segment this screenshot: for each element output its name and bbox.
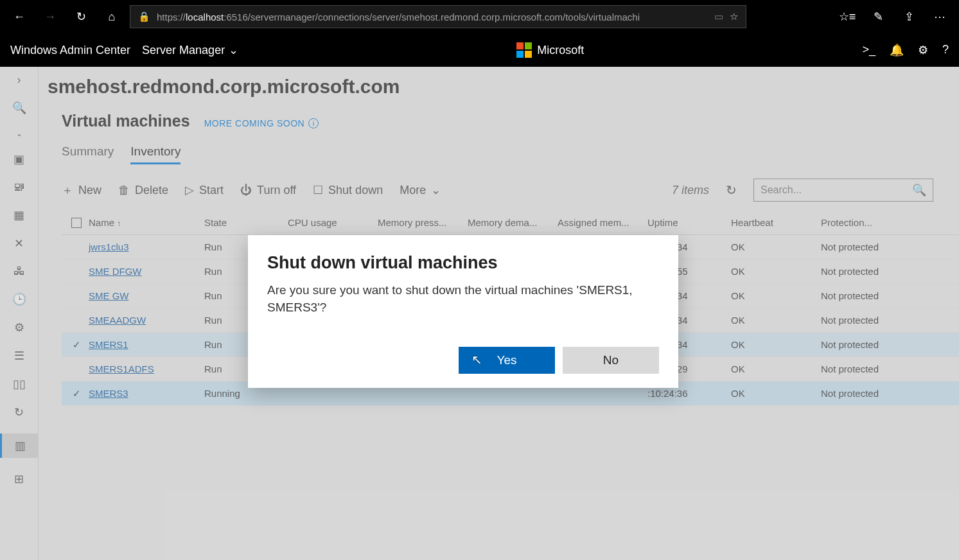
row-check: ✓ bbox=[64, 339, 89, 351]
vm-link[interactable]: SMERS3 bbox=[89, 388, 128, 399]
select-all-checkbox[interactable] bbox=[71, 218, 82, 228]
search-box[interactable]: 🔍 bbox=[753, 179, 933, 202]
rail-expand[interactable]: › bbox=[17, 73, 21, 87]
rail-storage-icon[interactable]: ☰ bbox=[14, 349, 24, 363]
toolbar: ＋New 🗑Delete ▷Start ⏻Turn off ☐Shut down… bbox=[62, 179, 959, 202]
left-rail: › 🔍 ⌄ ▣ 🖳 ▦ ✕ 🖧 🕒 ⚙ ☰ ▯▯ ↻ ▥ ⊞ bbox=[0, 67, 39, 560]
more-button[interactable]: More ⌄ bbox=[400, 183, 441, 197]
col-uptime[interactable]: Uptime bbox=[647, 217, 731, 228]
delete-label: Delete bbox=[135, 184, 168, 197]
brand-text: Microsoft bbox=[537, 44, 584, 57]
heartbeat-cell: OK bbox=[731, 241, 821, 252]
power-icon: ⏻ bbox=[240, 184, 252, 197]
help-icon[interactable]: ? bbox=[942, 43, 949, 57]
dialog-body: Are you sure you want to shut down the v… bbox=[267, 282, 659, 316]
tab-inventory[interactable]: Inventory bbox=[130, 144, 180, 164]
rail-devices-icon[interactable]: 🖳 bbox=[13, 180, 25, 194]
rail-terminal-icon[interactable]: ▣ bbox=[13, 152, 24, 166]
dialog-title: Shut down virtual machines bbox=[267, 253, 659, 273]
col-mempress[interactable]: Memory press... bbox=[378, 217, 468, 228]
heartbeat-cell: OK bbox=[731, 315, 821, 326]
rail-search-icon[interactable]: 🔍 bbox=[12, 101, 26, 115]
no-label: No bbox=[603, 353, 619, 367]
search-input[interactable] bbox=[761, 184, 912, 196]
rail-chevron-icon[interactable]: ⌄ bbox=[16, 129, 22, 138]
tabs: Summary Inventory bbox=[62, 144, 959, 164]
tab-summary[interactable]: Summary bbox=[62, 144, 114, 164]
microsoft-brand: Microsoft bbox=[516, 42, 584, 58]
turnoff-button[interactable]: ⏻Turn off bbox=[240, 184, 296, 197]
vm-name-cell: SMERS3 bbox=[89, 388, 204, 399]
confirm-dialog: Shut down virtual machines Are you sure … bbox=[248, 235, 678, 388]
turnoff-label: Turn off bbox=[257, 184, 296, 197]
coming-soon-link[interactable]: MORE COMING SOON i bbox=[204, 118, 319, 128]
heartbeat-cell: OK bbox=[731, 290, 821, 301]
new-label: New bbox=[78, 184, 101, 197]
console-icon[interactable]: >_ bbox=[862, 43, 875, 57]
col-name[interactable]: Name↑ bbox=[89, 217, 204, 228]
rail-gear-icon[interactable]: ⚙ bbox=[14, 320, 24, 335]
favorite-star-icon[interactable]: ☆ bbox=[730, 11, 738, 22]
forward-button[interactable]: → bbox=[37, 4, 63, 30]
rail-close-icon[interactable]: ✕ bbox=[14, 236, 24, 250]
col-heartbeat[interactable]: Heartbeat bbox=[731, 217, 821, 228]
col-assignedmem[interactable]: Assigned mem... bbox=[558, 217, 647, 228]
notes-icon[interactable]: ✎ bbox=[865, 4, 891, 30]
protection-cell: Not protected bbox=[821, 388, 911, 399]
settings-icon[interactable]: ⚙ bbox=[918, 43, 928, 57]
protection-cell: Not protected bbox=[821, 290, 911, 301]
microsoft-logo-icon bbox=[516, 42, 532, 58]
col-memdemand[interactable]: Memory dema... bbox=[468, 217, 558, 228]
refresh-list-button[interactable]: ↻ bbox=[726, 182, 737, 198]
new-button[interactable]: ＋New bbox=[62, 182, 101, 198]
heartbeat-cell: OK bbox=[731, 388, 821, 399]
rail-network-icon[interactable]: 🖧 bbox=[13, 265, 25, 278]
start-label: Start bbox=[199, 184, 224, 197]
rail-switch-icon[interactable]: ⊞ bbox=[14, 472, 24, 486]
heartbeat-cell: OK bbox=[731, 363, 821, 374]
col-state[interactable]: State bbox=[204, 217, 288, 228]
url-text: https://localhost:6516/servermanager/con… bbox=[157, 12, 708, 22]
page-title: Virtual machines bbox=[62, 112, 190, 130]
dialog-no-button[interactable]: No bbox=[563, 347, 659, 374]
rail-schedule-icon[interactable]: 🕒 bbox=[12, 292, 26, 306]
row-check: ✓ bbox=[64, 388, 89, 399]
back-button[interactable]: ← bbox=[6, 4, 32, 30]
home-button[interactable]: ⌂ bbox=[99, 4, 125, 30]
more-label: More bbox=[400, 184, 426, 197]
reading-view-icon[interactable]: ▭ bbox=[714, 11, 723, 22]
protection-cell: Not protected bbox=[821, 339, 911, 350]
context-dropdown[interactable]: Server Manager ⌄ bbox=[142, 43, 238, 57]
url-scheme: https:// bbox=[157, 12, 186, 22]
favorites-icon[interactable]: ☆≡ bbox=[834, 4, 860, 30]
share-icon[interactable]: ⇪ bbox=[896, 4, 922, 30]
shutdown-button[interactable]: ☐Shut down bbox=[313, 183, 383, 197]
vm-link[interactable]: SME DFGW bbox=[89, 266, 142, 277]
more-icon[interactable]: ⋯ bbox=[927, 4, 953, 30]
vm-link[interactable]: jwrs1clu3 bbox=[89, 241, 129, 252]
col-protection[interactable]: Protection... bbox=[821, 217, 911, 228]
rail-apps-icon[interactable]: ▦ bbox=[13, 208, 24, 222]
vm-name-cell: SME GW bbox=[89, 290, 204, 301]
notifications-icon[interactable]: 🔔 bbox=[890, 43, 904, 57]
vm-link[interactable]: SMERS1ADFS bbox=[89, 363, 154, 374]
start-button[interactable]: ▷Start bbox=[185, 183, 224, 197]
dialog-yes-button[interactable]: ↖ Yes bbox=[459, 347, 555, 374]
info-icon: i bbox=[308, 118, 319, 128]
protection-cell: Not protected bbox=[821, 315, 911, 326]
rail-updates-icon[interactable]: ↻ bbox=[14, 405, 24, 419]
refresh-button[interactable]: ↻ bbox=[68, 4, 94, 30]
col-cpu[interactable]: CPU usage bbox=[288, 217, 378, 228]
app-title[interactable]: Windows Admin Center bbox=[10, 44, 130, 57]
rail-vm-icon[interactable]: ▥ bbox=[0, 433, 38, 458]
vm-link[interactable]: SMERS1 bbox=[89, 339, 128, 350]
delete-button[interactable]: 🗑Delete bbox=[118, 184, 168, 197]
trash-icon: 🗑 bbox=[118, 184, 130, 197]
address-bar[interactable]: 🔒 https://localhost:6516/servermanager/c… bbox=[130, 5, 746, 28]
app-header: Windows Admin Center Server Manager ⌄ Mi… bbox=[0, 33, 959, 67]
lock-icon: 🔒 bbox=[138, 11, 150, 22]
rail-book-icon[interactable]: ▯▯ bbox=[13, 377, 26, 391]
vm-link[interactable]: SME GW bbox=[89, 290, 129, 301]
shutdown-label: Shut down bbox=[328, 184, 383, 197]
vm-link[interactable]: SMEAADGW bbox=[89, 315, 146, 326]
